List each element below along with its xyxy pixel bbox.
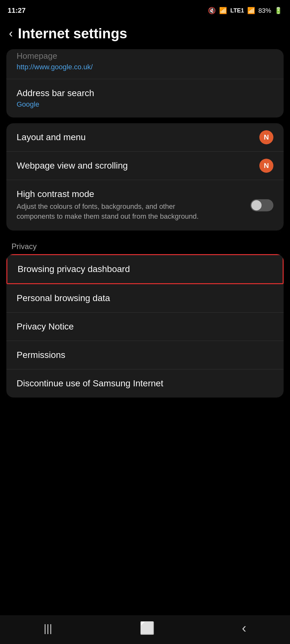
address-bar-search-value: Google — [17, 100, 273, 109]
discontinue-item[interactable]: Discontinue use of Samsung Internet — [6, 369, 284, 398]
homepage-item[interactable]: Homepage http://www.google.co.uk/ — [6, 49, 284, 79]
page-title: Internet settings — [18, 26, 127, 42]
high-contrast-title: High contrast mode — [17, 189, 273, 199]
personal-browsing-data-title: Personal browsing data — [17, 293, 273, 303]
discontinue-title: Discontinue use of Samsung Internet — [17, 378, 273, 389]
back-button[interactable]: ‹ — [9, 28, 13, 39]
wifi-icon: 📶 — [219, 7, 227, 14]
high-contrast-toggle-knob — [251, 200, 262, 210]
high-contrast-item[interactable]: High contrast mode Adjust the colours of… — [6, 180, 284, 231]
privacy-section-label: Privacy — [0, 236, 290, 254]
privacy-notice-title: Privacy Notice — [17, 322, 273, 332]
home-icon: ⬜ — [140, 621, 155, 635]
homepage-partial-title: Homepage — [17, 51, 273, 61]
top-card: Homepage http://www.google.co.uk/ Addres… — [6, 49, 284, 117]
browsing-privacy-dashboard-item[interactable]: Browsing privacy dashboard — [6, 254, 284, 284]
layout-menu-badge: N — [259, 130, 273, 144]
homepage-url: http://www.google.co.uk/ — [17, 63, 273, 71]
personal-browsing-data-item[interactable]: Personal browsing data — [6, 284, 284, 313]
signal-icon: 📶 — [247, 7, 255, 14]
status-time: 11:27 — [8, 6, 26, 15]
webpage-view-badge: N — [259, 159, 273, 173]
status-bar: 11:27 🔇 📶 LTE1 📶 83% 🔋 — [0, 0, 290, 19]
bottom-nav: ||| ⬜ ‹ — [0, 615, 290, 644]
webpage-view-title: Webpage view and scrolling — [17, 161, 273, 171]
browsing-privacy-dashboard-title: Browsing privacy dashboard — [18, 264, 272, 274]
high-contrast-desc: Adjust the colours of fonts, backgrounds… — [17, 202, 209, 222]
back-nav-button[interactable]: ‹ — [229, 617, 259, 639]
home-button[interactable]: ⬜ — [127, 618, 167, 638]
layout-menu-title: Layout and menu — [17, 132, 273, 142]
battery-percent: 83% — [258, 7, 271, 14]
high-contrast-toggle[interactable] — [250, 199, 273, 211]
permissions-title: Permissions — [17, 350, 273, 360]
mute-icon: 🔇 — [208, 7, 216, 14]
layout-menu-item[interactable]: Layout and menu N — [6, 123, 284, 152]
appearance-card: Layout and menu N Webpage view and scrol… — [6, 123, 284, 231]
status-icons: 🔇 📶 LTE1 📶 83% 🔋 — [208, 7, 282, 14]
webpage-view-item[interactable]: Webpage view and scrolling N — [6, 152, 284, 180]
address-bar-search-item[interactable]: Address bar search Google — [6, 79, 284, 117]
permissions-item[interactable]: Permissions — [6, 341, 284, 369]
recent-apps-icon: ||| — [44, 622, 52, 634]
back-nav-icon: ‹ — [242, 620, 246, 636]
privacy-notice-item[interactable]: Privacy Notice — [6, 313, 284, 341]
battery-icon: 🔋 — [274, 7, 282, 14]
privacy-card: Browsing privacy dashboard Personal brow… — [6, 254, 284, 398]
lte-icon: LTE1 — [230, 7, 244, 14]
high-contrast-toggle-track[interactable] — [250, 199, 273, 211]
recent-apps-button[interactable]: ||| — [31, 619, 65, 638]
page-header: ‹ Internet settings — [0, 19, 290, 49]
address-bar-search-title: Address bar search — [17, 88, 273, 98]
